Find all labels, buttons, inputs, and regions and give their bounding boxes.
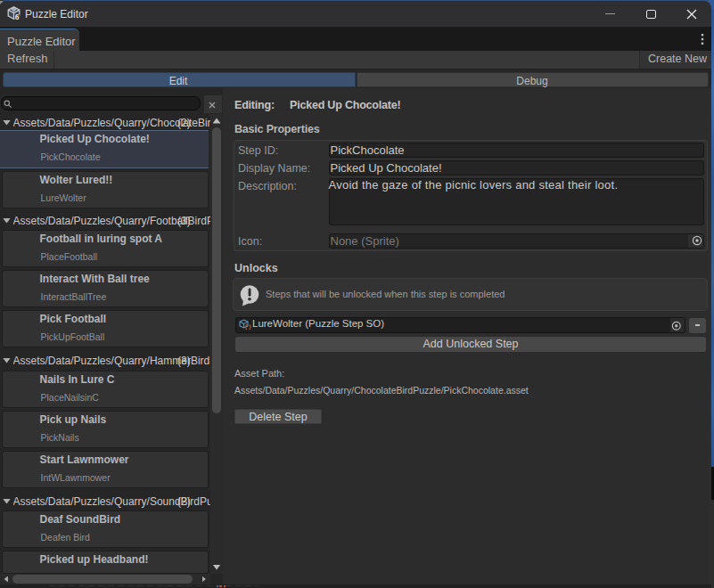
svg-text:6: 6 [15, 12, 20, 19]
